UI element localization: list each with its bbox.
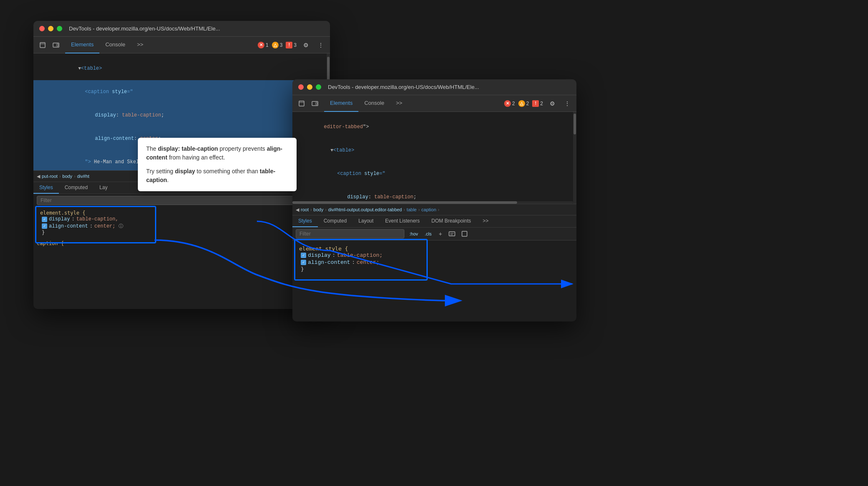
error-badge-2[interactable]: ✕ 2 <box>504 100 515 107</box>
breadcrumb-2: ◀ root › body › div#html-output.output.e… <box>292 204 576 215</box>
warning-icon-1: △ <box>272 42 279 48</box>
css-checkbox-display-2[interactable] <box>301 253 306 258</box>
warning-count-1: 3 <box>280 42 283 48</box>
breadcrumb-root-2[interactable]: root <box>301 207 309 212</box>
warning-badge-2[interactable]: △ 2 <box>518 100 529 107</box>
html-line2-editor: editor-tabbed"> <box>292 115 576 139</box>
device-icon-2[interactable] <box>309 98 321 109</box>
more-icon-1[interactable]: ⋮ <box>315 39 327 51</box>
html-line-table: ▼<table> <box>33 57 330 80</box>
gear-icon-2[interactable]: ⚙ <box>546 98 558 109</box>
tab-more-1[interactable]: >> <box>131 37 149 53</box>
breadcrumb-divht[interactable]: div#ht <box>77 174 89 179</box>
styles-panel-1: Styles Computed Lay element.style { disp… <box>33 182 330 248</box>
css-checkbox-display-1[interactable] <box>42 217 47 222</box>
tab-computed-2[interactable]: Computed <box>318 215 353 227</box>
badges-1: ✕ 1 △ 3 ! 3 ⚙ ⋮ <box>258 39 327 51</box>
devtools-window-2[interactable]: DevTools - developer.mozilla.org/en-US/d… <box>292 79 576 321</box>
window-title-2: DevTools - developer.mozilla.org/en-US/d… <box>328 84 479 90</box>
html-vscrollbar-2[interactable] <box>573 112 576 204</box>
css-prop-align-1[interactable]: align-content : center; ⓘ <box>40 223 323 230</box>
info-badge-2[interactable]: ! 2 <box>532 100 543 107</box>
warning-count-2: 2 <box>526 101 529 106</box>
filter-input-1[interactable] <box>37 196 327 205</box>
tab-elements-2[interactable]: Elements <box>324 95 358 112</box>
toolbar-2: Elements Console >> ✕ 2 △ 2 ! 2 ⚙ ⋮ <box>292 95 576 112</box>
gear-icon-1[interactable]: ⚙ <box>300 39 312 51</box>
error-count-2: 2 <box>512 101 515 106</box>
css-prop-display-1[interactable]: display : table-caption, <box>40 216 323 223</box>
breadcrumb-body-2[interactable]: body <box>313 207 323 212</box>
info-count-1: 3 <box>294 42 297 48</box>
info-badge-1[interactable]: ! 3 <box>286 42 297 48</box>
html-line2-caption-open[interactable]: <caption style=" <box>292 162 576 185</box>
more-icon-2[interactable]: ⋮ <box>561 98 573 109</box>
close-button-2[interactable] <box>298 84 304 90</box>
tab-styles-2[interactable]: Styles <box>292 215 318 227</box>
tab-console-2[interactable]: Console <box>358 95 390 112</box>
info-count-2: 2 <box>540 101 543 106</box>
css-checkbox-align-1[interactable] <box>42 223 47 229</box>
tab-styles-1[interactable]: Styles <box>33 182 59 194</box>
breadcrumb-arrow-1[interactable]: ◀ <box>37 174 40 179</box>
warning-icon-2: △ <box>518 100 525 107</box>
filter-input-2[interactable] <box>296 229 404 238</box>
css-checkbox-align-2[interactable] <box>301 260 306 265</box>
cursor-icon-2[interactable] <box>296 98 307 109</box>
tab-bar-2: Elements Console >> <box>324 95 408 112</box>
maximize-button-1[interactable] <box>57 26 62 31</box>
tab-event-2[interactable]: Event Listeners <box>379 215 426 227</box>
breadcrumb-putroot[interactable]: put-root <box>42 174 58 179</box>
styles-tabs-2: Styles Computed Layout Event Listeners D… <box>292 215 576 228</box>
warning-badge-1[interactable]: △ 3 <box>272 42 283 48</box>
breadcrumb-arrow-2[interactable]: ◀ <box>296 207 299 213</box>
plus-icon-2[interactable]: + <box>437 230 444 238</box>
html-scrollbar-thumb-1[interactable] <box>327 57 330 82</box>
breadcrumb-body[interactable]: body <box>62 174 72 179</box>
css-prop-display-2[interactable]: display : table-caption; <box>299 252 570 259</box>
cursor-icon[interactable] <box>37 39 48 51</box>
minimize-button-2[interactable] <box>307 84 312 90</box>
error-count-1: 1 <box>266 42 269 48</box>
element-style-rule-2: element.style { display : table-caption;… <box>296 244 573 274</box>
close-button-1[interactable] <box>39 26 45 31</box>
svg-rect-8 <box>316 102 317 105</box>
cls-btn-2[interactable]: .cls <box>423 230 434 237</box>
tab-bar-1: Elements Console >> <box>65 37 149 53</box>
tab-more-2[interactable]: >> <box>390 95 408 112</box>
tab-computed-1[interactable]: Computed <box>59 182 94 194</box>
error-icon-1: ✕ <box>258 42 264 48</box>
breadcrumb-div-2[interactable]: div#html-output.output.editor-tabbed <box>328 207 402 212</box>
tab-layout-2[interactable]: Layout <box>353 215 379 227</box>
css-prop-align-2[interactable]: align-content : center; <box>299 259 570 266</box>
error-badge-1[interactable]: ✕ 1 <box>258 42 269 48</box>
tooltip-line1: The display: table-caption property prev… <box>146 144 288 162</box>
tab-layout-1[interactable]: Lay <box>94 182 113 194</box>
device-icon[interactable] <box>50 39 62 51</box>
toolbar-1: Elements Console >> ✕ 1 △ 3 ! 3 ⚙ ⋮ <box>33 37 330 53</box>
minimize-button-1[interactable] <box>48 26 53 31</box>
html-hscrollbar-2[interactable] <box>292 201 573 204</box>
css-rule-area-2: element.style { display : table-caption;… <box>292 240 576 277</box>
new-rule-icon-2[interactable] <box>447 229 457 238</box>
maximize-button-2[interactable] <box>316 84 321 90</box>
inspect-icon-2[interactable] <box>460 229 469 238</box>
html-line2-table: ▼<table> <box>292 139 576 162</box>
tab-console-1[interactable]: Console <box>99 37 131 53</box>
html-hscrollbar-thumb-2[interactable] <box>292 201 517 204</box>
filter-bar-1 <box>33 194 330 207</box>
html-panel-2: editor-tabbed"> ▼<table> <caption style=… <box>292 112 576 204</box>
breadcrumb-table-2[interactable]: table <box>407 207 417 212</box>
html-line-display[interactable]: display: table-caption; <box>33 104 330 127</box>
breadcrumb-caption-2[interactable]: caption <box>421 207 436 212</box>
titlebar-1: DevTools - developer.mozilla.org/en-US/d… <box>33 21 330 37</box>
html-line-caption-open[interactable]: <caption style=" <box>33 80 330 104</box>
tab-dom-2[interactable]: DOM Breakpoints <box>426 215 477 227</box>
svg-rect-5 <box>299 101 304 106</box>
caption-selector: caption { <box>33 239 330 248</box>
hov-btn-2[interactable]: :hov <box>408 230 420 237</box>
tab-elements-1[interactable]: Elements <box>65 37 99 53</box>
tab-more-styles-2[interactable]: >> <box>477 215 495 227</box>
html-vscrollbar-thumb-2[interactable] <box>574 114 576 134</box>
css-close-brace-1: } <box>40 230 323 235</box>
